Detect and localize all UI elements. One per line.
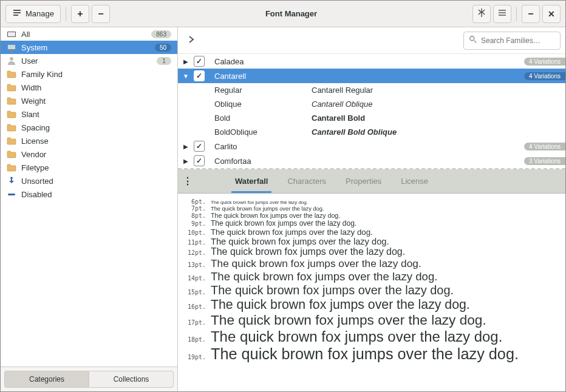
tab-properties[interactable]: Properties bbox=[342, 169, 385, 193]
menu-button[interactable] bbox=[493, 5, 511, 23]
folder-icon bbox=[7, 136, 16, 146]
variant-row[interactable]: BoldOblique Cantarell Bold Oblique bbox=[178, 125, 565, 139]
sidebar-item-filetype[interactable]: Filetype bbox=[1, 161, 177, 174]
tab-license[interactable]: License bbox=[397, 169, 432, 193]
waterfall-text: The quick brown fox jumps over the lazy … bbox=[211, 212, 340, 219]
waterfall-text: The quick brown fox jumps over the lazy … bbox=[211, 328, 502, 345]
sidebar-item-badge: 50 bbox=[155, 44, 171, 52]
font-checkbox[interactable] bbox=[194, 141, 205, 152]
expand-toggle[interactable]: ▶ bbox=[182, 58, 190, 65]
preview-menu-button[interactable]: ⋮ bbox=[183, 175, 195, 187]
search-input[interactable] bbox=[481, 36, 566, 45]
variant-name: BoldOblique bbox=[214, 127, 312, 137]
waterfall-size-label: 15pt. bbox=[184, 289, 206, 296]
waterfall-text: The quick brown fox jumps over the lazy … bbox=[211, 345, 519, 363]
waterfall-text: The quick brown fox jumps over the lazy … bbox=[211, 206, 324, 212]
font-name: Caladea bbox=[214, 57, 520, 66]
dots-vertical-icon: ⋮ bbox=[183, 176, 193, 186]
waterfall-size-label: 13pt. bbox=[184, 262, 206, 268]
folder-icon bbox=[7, 69, 16, 79]
sidebar-item-unsorted[interactable]: Unsorted bbox=[1, 174, 177, 188]
waterfall-size-label: 12pt. bbox=[184, 249, 206, 256]
font-checkbox[interactable] bbox=[194, 56, 205, 67]
variations-badge: 4 Variations bbox=[524, 72, 565, 80]
svg-rect-4 bbox=[10, 50, 13, 52]
variant-name: Regular bbox=[214, 86, 312, 95]
sidebar-item-label: Unsorted bbox=[21, 177, 171, 186]
sidebar-item-disabled[interactable]: Disabled bbox=[1, 188, 177, 201]
font-checkbox[interactable] bbox=[194, 70, 205, 81]
sidebar-item-label: Weight bbox=[21, 96, 171, 106]
user-icon bbox=[7, 56, 16, 66]
collections-tab[interactable]: Collections bbox=[89, 371, 174, 388]
tools-button[interactable] bbox=[472, 5, 491, 23]
sidebar-item-weight[interactable]: Weight bbox=[1, 94, 177, 107]
font-checkbox[interactable] bbox=[194, 155, 205, 166]
minimize-icon: − bbox=[528, 8, 533, 19]
variant-row[interactable]: Regular Cantarell Regular bbox=[178, 83, 565, 97]
font-name: Carlito bbox=[214, 142, 520, 151]
waterfall-line: 7pt. The quick brown fox jumps over the … bbox=[184, 205, 559, 212]
waterfall-size-label: 19pt. bbox=[184, 354, 206, 360]
sidebar-item-license[interactable]: License bbox=[1, 134, 177, 147]
search-icon bbox=[469, 35, 477, 46]
waterfall-line: 11pt. The quick brown fox jumps over the… bbox=[184, 237, 559, 246]
expand-toggle[interactable]: ▶ bbox=[182, 143, 190, 150]
folder-icon bbox=[7, 163, 16, 172]
waterfall-text: The quick brown fox jumps over the lazy … bbox=[211, 297, 470, 313]
minimize-button[interactable]: − bbox=[522, 5, 540, 23]
sidebar-item-label: User bbox=[21, 56, 152, 66]
svg-point-7 bbox=[470, 36, 474, 41]
add-button[interactable]: + bbox=[71, 5, 89, 23]
svg-rect-3 bbox=[8, 45, 15, 49]
sidebar-item-vendor[interactable]: Vendor bbox=[1, 147, 177, 161]
minus-icon: − bbox=[98, 8, 103, 19]
tab-characters[interactable]: Characters bbox=[284, 169, 330, 193]
waterfall-text: The quick brown fox jumps over the lazy … bbox=[211, 219, 356, 228]
search-box[interactable] bbox=[463, 32, 561, 50]
titlebar: Manage + − Font Manager − ✕ bbox=[1, 1, 565, 27]
manage-label: Manage bbox=[26, 9, 54, 18]
waterfall-size-label: 17pt. bbox=[184, 319, 206, 326]
folder-icon bbox=[7, 123, 16, 132]
sidebar-list: All 863 System 50 User 1 Family Kind Wid… bbox=[1, 27, 177, 367]
waterfall-line: 16pt. The quick brown fox jumps over the… bbox=[184, 297, 559, 313]
tab-waterfall[interactable]: Waterfall bbox=[231, 169, 271, 193]
sidebar-item-family-kind[interactable]: Family Kind bbox=[1, 67, 177, 81]
variant-row[interactable]: Bold Cantarell Bold bbox=[178, 111, 565, 125]
waterfall-line: 12pt. The quick brown fox jumps over the… bbox=[184, 246, 559, 257]
waterfall-text: The quick brown fox jumps over the lazy … bbox=[211, 270, 437, 283]
remove-button[interactable]: − bbox=[92, 5, 110, 23]
waterfall-text: The quick brown fox jumps over the lazy … bbox=[211, 237, 389, 246]
close-button[interactable]: ✕ bbox=[542, 5, 561, 23]
expand-toggle[interactable]: ▶ bbox=[182, 158, 190, 164]
font-name: Comfortaa bbox=[214, 157, 520, 166]
waterfall-line: 6pt. The quick brown fox jumps over the … bbox=[184, 198, 559, 205]
waterfall-line: 19pt. The quick brown fox jumps over the… bbox=[184, 345, 559, 363]
font-row-cantarell[interactable]: ▼ Cantarell 4 Variations bbox=[178, 69, 565, 83]
sidebar-item-spacing[interactable]: Spacing bbox=[1, 121, 177, 134]
all-icon bbox=[7, 29, 16, 39]
sidebar-item-width[interactable]: Width bbox=[1, 81, 177, 94]
back-button[interactable] bbox=[183, 32, 200, 49]
folder-icon bbox=[7, 109, 16, 119]
expand-toggle[interactable]: ▼ bbox=[182, 73, 190, 79]
font-row-comfortaa[interactable]: ▶ Comfortaa 3 Variations bbox=[178, 154, 565, 168]
sidebar-item-label: Filetype bbox=[21, 163, 171, 172]
manage-button[interactable]: Manage bbox=[5, 5, 61, 23]
tools-icon bbox=[477, 8, 486, 19]
font-row-carlito[interactable]: ▶ Carlito 4 Variations bbox=[178, 139, 565, 154]
variations-badge: 4 Variations bbox=[524, 143, 565, 150]
font-list: ▶ Caladea 4 Variations▼ Cantarell 4 Vari… bbox=[178, 54, 565, 169]
sidebar-item-user[interactable]: User 1 bbox=[1, 54, 177, 67]
sidebar-item-label: Family Kind bbox=[21, 70, 171, 79]
sidebar-item-system[interactable]: System 50 bbox=[1, 41, 177, 54]
font-row-caladea[interactable]: ▶ Caladea 4 Variations bbox=[178, 54, 565, 69]
sidebar-item-label: System bbox=[21, 43, 150, 52]
sidebar-item-all[interactable]: All 863 bbox=[1, 27, 177, 41]
waterfall-line: 14pt. The quick brown fox jumps over the… bbox=[184, 270, 559, 283]
sidebar-item-slant[interactable]: Slant bbox=[1, 107, 177, 121]
waterfall-text: The quick brown fox jumps over the lazy … bbox=[211, 283, 454, 297]
variant-row[interactable]: Oblique Cantarell Oblique bbox=[178, 97, 565, 111]
categories-tab[interactable]: Categories bbox=[4, 371, 89, 388]
